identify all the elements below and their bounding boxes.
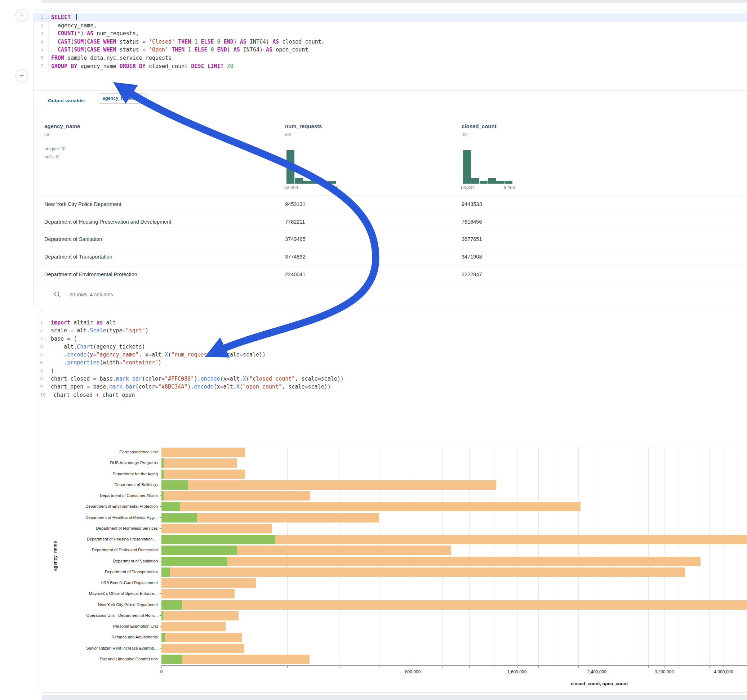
histogram-bin <box>505 181 513 184</box>
sql-cell-card: 1⌄SELECT 2 agency_name,3 COUNT(*) AS num… <box>33 10 747 306</box>
y-tick <box>160 495 162 496</box>
bar-closed-count[interactable] <box>162 469 245 479</box>
gridline <box>738 447 738 665</box>
table-footer: 20 rows, 4 columns <box>54 290 113 300</box>
table-row[interactable]: Department of Housing Preservation and D… <box>39 213 747 231</box>
bar-open-count[interactable] <box>162 655 182 664</box>
x-tick <box>632 666 632 668</box>
text-cursor <box>76 14 77 20</box>
bar-closed-count[interactable] <box>162 600 747 609</box>
column-histogram[interactable] <box>463 150 514 184</box>
bar-open-count[interactable] <box>162 502 180 511</box>
gridline <box>287 447 287 665</box>
code-line[interactable]: 7GROUP BY agency_name ORDER BY closed_co… <box>34 62 747 71</box>
table-cell: 7618456 <box>461 213 482 231</box>
bar-closed-count[interactable] <box>162 480 496 490</box>
line-number: 2 <box>40 22 48 30</box>
table-cell: 3774892 <box>285 248 305 266</box>
bar-open-count[interactable] <box>162 469 163 479</box>
y-axis-title: agency_name <box>53 531 57 581</box>
column-header[interactable]: closed_count <box>461 123 496 129</box>
bar-closed-count[interactable] <box>162 622 225 631</box>
line-number: 3 <box>40 30 48 38</box>
table-row[interactable]: Department of Sanitation37494853677651 <box>39 230 747 248</box>
bar-closed-count[interactable] <box>162 578 256 588</box>
bar-open-count[interactable] <box>162 513 197 522</box>
add-cell-button[interactable]: + <box>15 69 29 83</box>
bar-open-count[interactable] <box>162 491 163 501</box>
bar-open-count[interactable] <box>162 611 163 620</box>
bar-closed-count[interactable] <box>162 567 685 577</box>
bar-closed-count[interactable] <box>162 502 581 511</box>
column-stats: nulls: 0 <box>44 154 59 160</box>
bar-open-count[interactable] <box>162 535 275 544</box>
histogram-bin <box>312 178 319 184</box>
x-axis-tick-label: 4,000,000 <box>702 669 745 674</box>
table-cell: 7782211 <box>285 213 305 231</box>
bar-open-count[interactable] <box>162 459 163 468</box>
y-axis-label: Department of Housing Preservation … <box>42 537 158 541</box>
column-header[interactable]: num_requests <box>285 123 322 129</box>
table-cell: Department of Housing Preservation and D… <box>44 213 171 231</box>
code-text: agency_name, <box>48 22 97 30</box>
y-axis-label: Refunds and Adjustments <box>42 635 158 639</box>
x-tick <box>709 666 709 668</box>
histogram-bin <box>303 181 311 184</box>
x-tick <box>680 666 680 668</box>
table-cell: 2240041 <box>285 266 305 283</box>
bar-closed-count[interactable] <box>162 524 272 533</box>
sql-code-editor[interactable]: 1⌄SELECT 2 agency_name,3 COUNT(*) AS num… <box>34 13 747 70</box>
table-row[interactable]: Department of Environmental Protection22… <box>39 265 747 283</box>
code-text: COUNT(*) AS num_requests, <box>48 30 139 38</box>
column-dtype: i64 <box>461 132 468 137</box>
bar-open-count[interactable] <box>162 633 165 642</box>
y-tick <box>160 550 162 550</box>
bar-open-count[interactable] <box>162 480 188 490</box>
bar-open-count[interactable] <box>162 600 182 609</box>
add-cell-button[interactable]: + <box>15 9 29 22</box>
column-stats: unique: 20 <box>44 146 65 151</box>
code-line[interactable]: 6FROM sample_data.nyc.service_requests <box>34 54 747 62</box>
x-tick <box>469 666 470 668</box>
bar-closed-count[interactable] <box>162 491 310 501</box>
code-line[interactable]: 4 CAST(SUM(CASE WHEN status = 'Closed' T… <box>34 38 747 46</box>
bar-open-count[interactable] <box>162 567 170 577</box>
search-icon[interactable] <box>54 291 61 298</box>
adjacent-cell-strip-bottom <box>41 695 747 700</box>
y-tick <box>160 616 162 616</box>
code-line[interactable]: 2 agency_name, <box>34 22 747 30</box>
histogram-bin <box>479 181 488 184</box>
table-row[interactable]: New York City Police Department945313194… <box>39 195 747 213</box>
bar-closed-count[interactable] <box>162 459 237 468</box>
y-tick <box>160 452 162 452</box>
column-header[interactable]: agency_name <box>44 123 80 129</box>
code-line[interactable]: 5 CAST(SUM(CASE WHEN status = 'Open' THE… <box>34 46 747 54</box>
fold-caret-icon[interactable]: ⌄ <box>46 14 48 22</box>
y-axis-label: Operations Unit - Department of Hom… <box>42 613 158 617</box>
bar-closed-count[interactable] <box>162 557 700 566</box>
bar-chart: Correspondence UnitDHS Advantage Program… <box>40 309 747 692</box>
table-row[interactable]: Department of Transportation377489234719… <box>39 248 747 266</box>
bar-closed-count[interactable] <box>162 633 242 642</box>
table-cell: Department of Transportation <box>44 248 112 266</box>
code-line[interactable]: 3 COUNT(*) AS num_requests, <box>34 30 747 38</box>
y-axis-label: Department of Environmental Protection <box>42 504 158 508</box>
bar-closed-count[interactable] <box>162 644 244 653</box>
x-tick <box>413 666 413 668</box>
bar-closed-count[interactable] <box>162 448 245 457</box>
column-dtype: i64 <box>285 132 291 137</box>
gridline <box>469 447 470 665</box>
bar-closed-count[interactable] <box>162 655 310 664</box>
bar-closed-count[interactable] <box>162 611 239 620</box>
code-text: FROM sample_data.nyc.service_requests <box>48 54 171 62</box>
output-variable-chip[interactable]: agency_tickets <box>98 93 147 104</box>
gridline <box>695 447 695 665</box>
histogram-bin <box>295 178 303 184</box>
bar-open-count[interactable] <box>162 557 227 566</box>
y-tick <box>160 506 162 507</box>
code-line[interactable]: 1⌄SELECT <box>34 13 747 22</box>
python-cell-card: 1import altair as alt2scale = alt.Scale(… <box>39 309 747 693</box>
column-histogram[interactable] <box>286 150 337 184</box>
bar-open-count[interactable] <box>162 546 237 555</box>
bar-closed-count[interactable] <box>162 589 234 599</box>
